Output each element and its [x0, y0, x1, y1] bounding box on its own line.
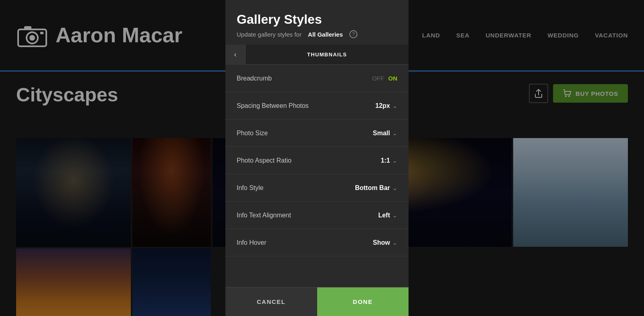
modal-title: Gallery Styles — [237, 12, 397, 27]
aspect-ratio-dropdown[interactable]: 1:1 ⌄ — [381, 157, 397, 164]
modal-subtitle: Update gallery styles for All Galleries … — [237, 30, 397, 38]
aspect-ratio-chevron-icon: ⌄ — [392, 157, 397, 164]
info-hover-label: Info Hover — [237, 239, 266, 246]
setting-row-photo-size: Photo Size Small ⌄ — [225, 120, 409, 147]
aspect-ratio-value: 1:1 — [381, 157, 390, 164]
aspect-ratio-label: Photo Aspect Ratio — [237, 157, 291, 164]
modal-body: Breadcrumb OFF ON Spacing Between Photos… — [225, 65, 409, 287]
info-style-value: Bottom Bar — [355, 184, 390, 192]
breadcrumb-toggle[interactable]: OFF ON — [372, 75, 398, 82]
setting-row-breadcrumb: Breadcrumb OFF ON — [225, 65, 409, 92]
photo-size-dropdown[interactable]: Small ⌄ — [373, 130, 397, 137]
photo-size-chevron-icon: ⌄ — [392, 130, 397, 136]
setting-row-info-text-alignment: Info Text Alignment Left ⌄ — [225, 202, 409, 229]
info-hover-dropdown[interactable]: Show ⌄ — [373, 239, 397, 246]
spacing-label: Spacing Between Photos — [237, 102, 309, 109]
modal-tabbar: ‹ THUMBNAILS — [225, 45, 409, 65]
photo-size-value: Small — [373, 130, 390, 137]
info-text-alignment-dropdown[interactable]: Left ⌄ — [378, 212, 397, 219]
tab-back-button[interactable]: ‹ — [225, 45, 246, 65]
spacing-value: 12px — [376, 102, 390, 109]
info-hover-chevron-icon: ⌄ — [392, 240, 397, 246]
done-button[interactable]: DONE — [317, 287, 409, 316]
photo-size-label: Photo Size — [237, 130, 268, 137]
thumbnails-tab[interactable]: THUMBNAILS — [246, 52, 409, 58]
help-icon[interactable]: ? — [349, 30, 357, 38]
spacing-dropdown[interactable]: 12px ⌄ — [376, 102, 397, 109]
toggle-off-label: OFF — [372, 75, 384, 82]
info-style-chevron-icon: ⌄ — [392, 185, 397, 191]
spacing-chevron-icon: ⌄ — [392, 103, 397, 109]
info-text-alignment-value: Left — [378, 212, 390, 219]
setting-row-spacing: Spacing Between Photos 12px ⌄ — [225, 92, 409, 120]
info-style-label: Info Style — [237, 184, 264, 192]
breadcrumb-label: Breadcrumb — [237, 75, 272, 82]
info-style-dropdown[interactable]: Bottom Bar ⌄ — [355, 184, 397, 192]
modal-subtitle-prefix: Update gallery styles for — [237, 31, 301, 38]
modal-header: Gallery Styles Update gallery styles for… — [225, 0, 409, 45]
setting-row-info-hover: Info Hover Show ⌄ — [225, 229, 409, 256]
cancel-button[interactable]: CANCEL — [225, 287, 317, 316]
setting-row-aspect-ratio: Photo Aspect Ratio 1:1 ⌄ — [225, 147, 409, 174]
info-hover-value: Show — [373, 239, 390, 246]
info-text-alignment-label: Info Text Alignment — [237, 212, 291, 219]
setting-row-info-style: Info Style Bottom Bar ⌄ — [225, 174, 409, 202]
info-text-alignment-chevron-icon: ⌄ — [392, 212, 397, 219]
toggle-on-label: ON — [388, 75, 398, 82]
modal-subtitle-target: All Galleries — [308, 31, 343, 38]
modal-footer: CANCEL DONE — [225, 287, 409, 316]
gallery-styles-modal: Gallery Styles Update gallery styles for… — [225, 0, 409, 316]
